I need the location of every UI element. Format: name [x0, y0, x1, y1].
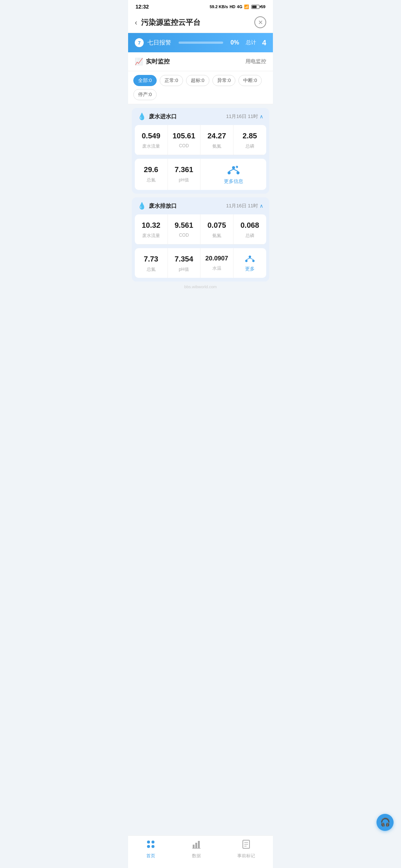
- inlet-collapse-icon[interactable]: ∧: [260, 114, 263, 119]
- monitor-icon: 📈: [135, 57, 143, 66]
- svg-point-8: [245, 260, 247, 262]
- inlet-more-label: 更多信息: [224, 178, 243, 185]
- svg-rect-16: [193, 845, 195, 848]
- outlet-ammonia-value: 0.075: [208, 221, 226, 230]
- filter-tab-stopped[interactable]: 停产:0: [133, 89, 157, 100]
- outlet-ammonia-cell: 0.075 氨氮: [200, 214, 234, 244]
- svg-line-11: [250, 258, 253, 260]
- nav-home[interactable]: 首页: [146, 839, 156, 859]
- alert-badge: 7: [135, 38, 144, 47]
- status-time: 12:32: [136, 4, 149, 10]
- filter-tabs: 全部:0 正常:0 超标:0 异常:0 中断:0 停产:0: [128, 71, 273, 104]
- inlet-phosphorus-cell: 2.85 总磷: [234, 125, 267, 155]
- outlet-cod-value: 9.561: [175, 221, 193, 230]
- alert-total-label: 总计: [246, 39, 256, 46]
- close-button[interactable]: ✕: [254, 16, 266, 28]
- svg-text:+: +: [235, 166, 237, 168]
- inlet-ammonia-cell: 24.27 氨氮: [200, 125, 234, 155]
- header-left: ‹ 污染源监控云平台: [135, 17, 200, 27]
- outlet-more-label: 更多: [245, 266, 255, 272]
- nav-mark-label: 事前标记: [237, 853, 255, 859]
- inlet-ph-value: 7.361: [175, 165, 193, 174]
- svg-point-0: [232, 166, 235, 169]
- svg-rect-18: [198, 841, 200, 848]
- signal-type: 4G: [237, 4, 242, 9]
- svg-point-14: [147, 845, 150, 848]
- status-right: 59.2 KB/s HD 4G 📶 59: [210, 4, 265, 9]
- alert-banner: 7 七日报警 0% 总计 4: [128, 33, 273, 52]
- inlet-nitrogen-label: 总氮: [147, 177, 156, 183]
- outlet-phosphorus-label: 总磷: [245, 233, 254, 239]
- outlet-date-row: 11月16日 11时 ∧: [226, 203, 263, 209]
- outlet-flow-cell: 10.32 废水流量: [135, 214, 168, 244]
- outlet-phosphorus-cell: 0.068 总磷: [234, 214, 267, 244]
- svg-point-2: [237, 171, 239, 174]
- filter-tab-interrupt[interactable]: 中断:0: [238, 75, 262, 86]
- nav-data-label: 数据: [192, 853, 201, 859]
- filter-tab-all[interactable]: 全部:0: [133, 75, 157, 86]
- outlet-nitrogen-label: 总氮: [147, 266, 156, 273]
- outlet-section: 💧 废水排放口 11月16日 11时 ∧ 10.32 废水流量 9.561 CO…: [132, 197, 269, 282]
- alert-count: 4: [262, 39, 266, 47]
- network-speed: 59.2 KB/s: [210, 4, 228, 9]
- outlet-more-cell[interactable]: 更多: [234, 248, 267, 278]
- outlet-collapse-icon[interactable]: ∧: [260, 203, 263, 209]
- data-icon: [192, 839, 201, 851]
- inlet-flow-cell: 0.549 废水流量: [135, 125, 168, 155]
- outlet-cod-cell: 9.561 COD: [168, 214, 201, 244]
- inlet-ph-label: pH值: [179, 177, 189, 183]
- back-button[interactable]: ‹: [135, 18, 137, 27]
- outlet-temp-value: 20.0907: [205, 255, 228, 262]
- outlet-temp-cell: 20.0907 水温: [200, 248, 234, 278]
- bottom-nav: 首页 数据 事前标记: [128, 835, 273, 868]
- outlet-ammonia-label: 氨氮: [212, 233, 221, 239]
- mark-icon: [241, 839, 251, 851]
- close-icon: ✕: [258, 19, 263, 26]
- inlet-nitrogen-cell: 29.6 总氮: [135, 159, 168, 190]
- outlet-flow-value: 10.32: [142, 221, 160, 230]
- outlet-section-header: 💧 废水排放口 11月16日 11时 ∧: [132, 197, 269, 214]
- outlet-ph-label: pH值: [179, 266, 189, 273]
- monitor-title-row: 📈 实时监控: [135, 57, 170, 66]
- svg-point-9: [252, 260, 254, 262]
- inlet-row2: 29.6 总氮 7.361 pH值 + 更多信息: [135, 159, 266, 190]
- outlet-date: 11月16日 11时: [226, 203, 258, 209]
- outlet-row2: 7.73 总氮 7.354 pH值 20.0907 水温 更多: [135, 248, 266, 278]
- inlet-phosphorus-value: 2.85: [242, 132, 257, 140]
- page-title: 污染源监控云平台: [141, 17, 200, 27]
- monitor-title: 实时监控: [146, 58, 170, 66]
- inlet-phosphorus-label: 总磷: [245, 143, 254, 149]
- outlet-phosphorus-value: 0.068: [241, 221, 259, 230]
- svg-line-10: [246, 258, 250, 260]
- outlet-ph-value: 7.354: [175, 255, 193, 263]
- filter-tab-abnormal[interactable]: 异常:0: [212, 75, 236, 86]
- svg-point-15: [151, 845, 154, 848]
- nav-data[interactable]: 数据: [192, 839, 201, 859]
- battery-icon: [251, 5, 260, 9]
- inlet-cod-label: COD: [179, 143, 189, 148]
- outlet-cod-label: COD: [179, 233, 189, 238]
- signal-bars: 📶: [244, 4, 249, 9]
- app-header: ‹ 污染源监控云平台 ✕: [128, 12, 273, 33]
- monitor-header: 📈 实时监控 用电监控: [128, 52, 273, 71]
- outlet-temp-label: 水温: [212, 265, 221, 272]
- outlet-flow-label: 废水流量: [142, 233, 160, 239]
- inlet-title-row: 💧 废水进水口: [138, 112, 177, 121]
- electricity-link[interactable]: 用电监控: [245, 58, 266, 65]
- inlet-section-header: 💧 废水进水口 11月16日 11时 ∧: [132, 108, 269, 125]
- inlet-more-cell[interactable]: + 更多信息: [200, 159, 266, 190]
- inlet-date-row: 11月16日 11时 ∧: [226, 113, 263, 120]
- alert-progress-bar: [179, 42, 223, 44]
- nav-mark[interactable]: 事前标记: [237, 839, 255, 859]
- alert-label: 七日报警: [147, 39, 171, 47]
- outlet-nitrogen-cell: 7.73 总氮: [135, 248, 168, 278]
- svg-point-7: [249, 256, 251, 258]
- home-icon: [146, 839, 156, 851]
- inlet-cod-cell: 105.61 COD: [168, 125, 201, 155]
- svg-line-3: [229, 169, 234, 171]
- inlet-date: 11月16日 11时: [226, 113, 258, 120]
- nav-home-label: 首页: [146, 853, 155, 859]
- inlet-section: 💧 废水进水口 11月16日 11时 ∧ 0.549 废水流量 105.61 C…: [132, 108, 269, 194]
- filter-tab-normal[interactable]: 正常:0: [160, 75, 183, 86]
- filter-tab-exceed[interactable]: 超标:0: [186, 75, 209, 86]
